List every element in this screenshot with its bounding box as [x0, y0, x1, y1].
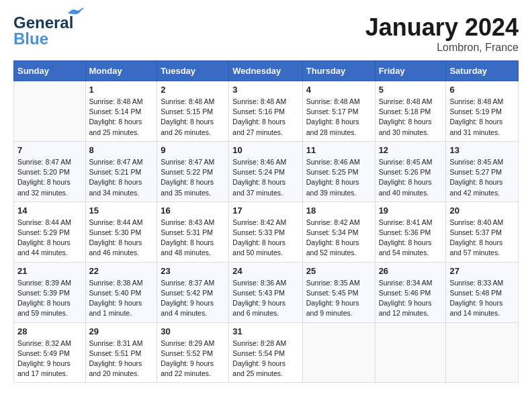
location: Lombron, France: [365, 42, 519, 54]
day-info: Sunrise: 8:28 AMSunset: 5:54 PMDaylight:…: [232, 338, 298, 379]
day-info: Sunrise: 8:42 AMSunset: 5:34 PMDaylight:…: [306, 218, 371, 259]
day-number: 29: [89, 326, 154, 336]
day-number: 5: [379, 85, 443, 95]
day-cell: 9Sunrise: 8:47 AMSunset: 5:22 PMDaylight…: [157, 141, 229, 201]
day-cell: [375, 322, 446, 383]
day-cell: 30Sunrise: 8:29 AMSunset: 5:52 PMDayligh…: [157, 322, 229, 383]
day-number: 8: [89, 145, 154, 155]
day-info: Sunrise: 8:31 AMSunset: 5:51 PMDaylight:…: [89, 338, 154, 379]
day-cell: 31Sunrise: 8:28 AMSunset: 5:54 PMDayligh…: [229, 322, 302, 383]
day-number: 22: [89, 266, 154, 276]
day-info: Sunrise: 8:45 AMSunset: 5:27 PMDaylight:…: [449, 157, 515, 198]
page-header: General Blue January 2024 Lombron, Franc…: [13, 13, 519, 54]
day-info: Sunrise: 8:47 AMSunset: 5:20 PMDaylight:…: [17, 157, 82, 198]
day-info: Sunrise: 8:45 AMSunset: 5:26 PMDaylight:…: [379, 157, 443, 198]
day-info: Sunrise: 8:48 AMSunset: 5:18 PMDaylight:…: [379, 97, 443, 138]
day-number: 27: [449, 266, 515, 276]
day-number: 16: [161, 205, 225, 216]
day-info: Sunrise: 8:44 AMSunset: 5:29 PMDaylight:…: [17, 218, 82, 259]
day-info: Sunrise: 8:48 AMSunset: 5:16 PMDaylight:…: [232, 97, 298, 138]
day-cell: 19Sunrise: 8:41 AMSunset: 5:36 PMDayligh…: [375, 201, 446, 262]
day-cell: 8Sunrise: 8:47 AMSunset: 5:21 PMDaylight…: [85, 141, 157, 201]
day-cell: 4Sunrise: 8:48 AMSunset: 5:17 PMDaylight…: [302, 81, 375, 142]
day-number: 21: [17, 266, 82, 276]
day-number: 12: [379, 145, 443, 155]
day-number: 13: [449, 145, 515, 155]
day-cell: 10Sunrise: 8:46 AMSunset: 5:24 PMDayligh…: [229, 141, 302, 201]
day-cell: 24Sunrise: 8:36 AMSunset: 5:43 PMDayligh…: [229, 262, 302, 322]
day-number: 15: [89, 205, 154, 216]
day-cell: 13Sunrise: 8:45 AMSunset: 5:27 PMDayligh…: [446, 141, 519, 201]
day-cell: 25Sunrise: 8:35 AMSunset: 5:45 PMDayligh…: [302, 262, 375, 322]
header-thursday: Thursday: [302, 61, 375, 81]
day-info: Sunrise: 8:48 AMSunset: 5:17 PMDaylight:…: [306, 97, 371, 138]
header-friday: Friday: [375, 61, 446, 81]
day-cell: 3Sunrise: 8:48 AMSunset: 5:16 PMDaylight…: [229, 81, 302, 142]
day-info: Sunrise: 8:42 AMSunset: 5:33 PMDaylight:…: [232, 218, 298, 259]
day-cell: 26Sunrise: 8:34 AMSunset: 5:46 PMDayligh…: [375, 262, 446, 322]
day-number: 20: [449, 205, 515, 216]
day-info: Sunrise: 8:46 AMSunset: 5:25 PMDaylight:…: [306, 157, 371, 198]
day-number: 11: [306, 145, 371, 155]
day-number: 25: [306, 266, 371, 276]
day-cell: 16Sunrise: 8:43 AMSunset: 5:31 PMDayligh…: [157, 201, 229, 262]
header-wednesday: Wednesday: [229, 61, 302, 81]
day-info: Sunrise: 8:41 AMSunset: 5:36 PMDaylight:…: [379, 218, 443, 259]
week-row-2: 7Sunrise: 8:47 AMSunset: 5:20 PMDaylight…: [14, 141, 519, 201]
day-info: Sunrise: 8:36 AMSunset: 5:43 PMDaylight:…: [232, 278, 298, 319]
day-info: Sunrise: 8:37 AMSunset: 5:42 PMDaylight:…: [161, 278, 225, 319]
day-cell: 1Sunrise: 8:48 AMSunset: 5:14 PMDaylight…: [85, 81, 157, 142]
calendar-table: SundayMondayTuesdayWednesdayThursdayFrid…: [13, 60, 519, 383]
day-info: Sunrise: 8:32 AMSunset: 5:49 PMDaylight:…: [17, 338, 82, 379]
day-cell: 15Sunrise: 8:44 AMSunset: 5:30 PMDayligh…: [85, 201, 157, 262]
day-number: 23: [161, 266, 225, 276]
day-number: 17: [232, 205, 298, 216]
day-cell: [302, 322, 375, 383]
day-cell: 11Sunrise: 8:46 AMSunset: 5:25 PMDayligh…: [302, 141, 375, 201]
day-info: Sunrise: 8:47 AMSunset: 5:22 PMDaylight:…: [161, 157, 225, 198]
day-number: 30: [161, 326, 225, 336]
day-cell: 2Sunrise: 8:48 AMSunset: 5:15 PMDaylight…: [157, 81, 229, 142]
day-number: 31: [232, 326, 298, 336]
week-row-3: 14Sunrise: 8:44 AMSunset: 5:29 PMDayligh…: [14, 201, 519, 262]
header-monday: Monday: [85, 61, 157, 81]
title-block: January 2024 Lombron, France: [365, 13, 519, 54]
day-cell: 14Sunrise: 8:44 AMSunset: 5:29 PMDayligh…: [14, 201, 86, 262]
day-cell: 6Sunrise: 8:48 AMSunset: 5:19 PMDaylight…: [446, 81, 519, 142]
header-saturday: Saturday: [446, 61, 519, 81]
day-info: Sunrise: 8:47 AMSunset: 5:21 PMDaylight:…: [89, 157, 154, 198]
day-info: Sunrise: 8:40 AMSunset: 5:37 PMDaylight:…: [449, 218, 515, 259]
logo: General Blue: [13, 13, 73, 48]
logo-blue: Blue: [13, 30, 48, 48]
day-info: Sunrise: 8:48 AMSunset: 5:15 PMDaylight:…: [161, 97, 225, 138]
day-number: 2: [161, 85, 225, 95]
day-info: Sunrise: 8:43 AMSunset: 5:31 PMDaylight:…: [161, 218, 225, 259]
day-number: 3: [232, 85, 298, 95]
day-cell: [446, 322, 519, 383]
day-number: 7: [17, 145, 82, 155]
day-info: Sunrise: 8:44 AMSunset: 5:30 PMDaylight:…: [89, 218, 154, 259]
day-cell: 7Sunrise: 8:47 AMSunset: 5:20 PMDaylight…: [14, 141, 86, 201]
day-cell: 29Sunrise: 8:31 AMSunset: 5:51 PMDayligh…: [85, 322, 157, 383]
day-cell: 22Sunrise: 8:38 AMSunset: 5:40 PMDayligh…: [85, 262, 157, 322]
day-cell: 5Sunrise: 8:48 AMSunset: 5:18 PMDaylight…: [375, 81, 446, 142]
day-cell: 12Sunrise: 8:45 AMSunset: 5:26 PMDayligh…: [375, 141, 446, 201]
month-title: January 2024: [365, 13, 519, 42]
week-row-1: 1Sunrise: 8:48 AMSunset: 5:14 PMDaylight…: [14, 81, 519, 142]
day-number: 26: [379, 266, 443, 276]
logo-general: General: [13, 13, 73, 32]
week-row-4: 21Sunrise: 8:39 AMSunset: 5:39 PMDayligh…: [14, 262, 519, 322]
day-cell: 23Sunrise: 8:37 AMSunset: 5:42 PMDayligh…: [157, 262, 229, 322]
day-info: Sunrise: 8:33 AMSunset: 5:48 PMDaylight:…: [449, 278, 515, 319]
day-info: Sunrise: 8:39 AMSunset: 5:39 PMDaylight:…: [17, 278, 82, 319]
day-number: 19: [379, 205, 443, 216]
week-row-5: 28Sunrise: 8:32 AMSunset: 5:49 PMDayligh…: [14, 322, 519, 383]
calendar-header-row: SundayMondayTuesdayWednesdayThursdayFrid…: [14, 61, 519, 81]
day-info: Sunrise: 8:35 AMSunset: 5:45 PMDaylight:…: [306, 278, 371, 319]
day-cell: 28Sunrise: 8:32 AMSunset: 5:49 PMDayligh…: [14, 322, 86, 383]
day-number: 4: [306, 85, 371, 95]
day-number: 9: [161, 145, 225, 155]
day-info: Sunrise: 8:48 AMSunset: 5:19 PMDaylight:…: [449, 97, 515, 138]
day-cell: 27Sunrise: 8:33 AMSunset: 5:48 PMDayligh…: [446, 262, 519, 322]
day-number: 24: [232, 266, 298, 276]
